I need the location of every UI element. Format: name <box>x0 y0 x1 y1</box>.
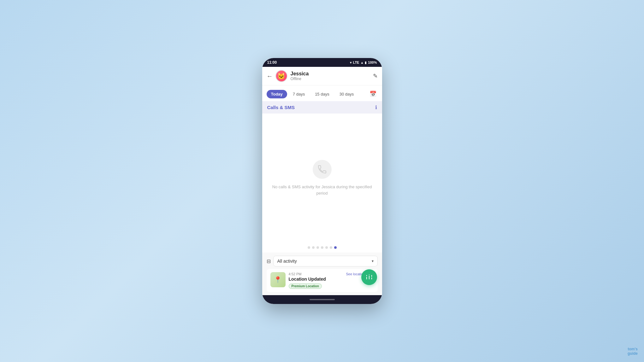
location-time: 4:52 PM <box>289 272 302 276</box>
watermark: tom's guide <box>628 347 638 356</box>
phone-frame: 11:00 ▾ LTE ▲ ▮ 100% ← 🐱 Jessica Offline… <box>262 58 382 304</box>
activity-dropdown[interactable]: All activity ▾ <box>273 256 378 266</box>
empty-state: No calls & SMS activity for Jessica duri… <box>262 114 382 242</box>
fab-button[interactable] <box>361 269 377 285</box>
calendar-icon[interactable]: 📅 <box>368 89 378 99</box>
status-bar: 11:00 ▾ LTE ▲ ▮ 100% <box>262 58 382 67</box>
location-card: 📍 4:52 PM See locations Location Updated… <box>267 269 378 292</box>
empty-phone-icon <box>313 160 332 179</box>
edit-button[interactable]: ✎ <box>373 73 378 79</box>
bottom-bar <box>262 295 382 304</box>
battery-level: 100% <box>368 61 377 64</box>
location-thumbnail: 📍 <box>270 272 286 287</box>
user-status: Offline <box>291 77 373 81</box>
map-thumbnail: 📍 <box>270 272 286 287</box>
date-filter: Today 7 days 15 days 30 days 📅 <box>262 85 382 101</box>
calls-sms-section: Calls & SMS ℹ <box>262 101 382 114</box>
user-name: Jessica <box>291 71 373 77</box>
tab-7days[interactable]: 7 days <box>288 90 309 98</box>
app-content: ← 🐱 Jessica Offline ✎ Today 7 days 15 da… <box>262 67 382 295</box>
activity-filter-row: ⊟ All activity ▾ <box>267 256 378 266</box>
top-nav: ← 🐱 Jessica Offline ✎ <box>262 67 382 85</box>
calls-sms-title: Calls & SMS <box>267 105 295 110</box>
dot-4 <box>321 246 323 249</box>
dot-3 <box>316 246 319 249</box>
watermark-line2: guide <box>628 351 638 356</box>
info-icon[interactable]: ℹ <box>375 104 377 110</box>
empty-message: No calls & SMS activity for Jessica duri… <box>269 184 376 196</box>
svg-rect-5 <box>371 275 372 277</box>
home-indicator <box>310 299 335 300</box>
dot-1 <box>308 246 310 249</box>
wifi-icon: ▾ <box>350 61 352 64</box>
user-info: Jessica Offline <box>291 71 373 81</box>
status-bar-right: ▾ LTE ▲ ▮ 100% <box>350 61 377 64</box>
back-button[interactable]: ← <box>267 73 273 80</box>
avatar-emoji: 🐱 <box>277 72 285 80</box>
svg-rect-1 <box>366 275 367 276</box>
map-pin-icon: 📍 <box>274 276 282 283</box>
watermark-line1: tom's <box>628 347 638 351</box>
avatar: 🐱 <box>275 70 287 82</box>
svg-rect-2 <box>369 276 369 279</box>
equalizer-icon <box>365 273 373 281</box>
dots-row <box>262 242 382 253</box>
dot-2 <box>312 246 315 249</box>
svg-rect-4 <box>371 277 372 279</box>
dot-6 <box>330 246 332 249</box>
svg-rect-0 <box>366 277 367 279</box>
battery-icon: ▮ <box>365 61 367 64</box>
location-title: Location Updated <box>289 277 367 282</box>
status-time: 11:00 <box>267 60 277 65</box>
premium-location-badge: Premium Location <box>289 283 322 289</box>
location-info: 4:52 PM See locations Location Updated P… <box>289 272 367 289</box>
tab-15days[interactable]: 15 days <box>310 90 334 98</box>
signal-icon: ▲ <box>360 61 363 64</box>
lte-label: LTE <box>353 61 359 64</box>
dot-5 <box>325 246 328 249</box>
dot-7-active <box>334 246 337 249</box>
svg-rect-3 <box>369 274 369 275</box>
tab-today[interactable]: Today <box>267 90 287 98</box>
chevron-down-icon: ▾ <box>372 259 374 263</box>
filter-icon: ⊟ <box>267 258 271 264</box>
tab-30days[interactable]: 30 days <box>335 90 358 98</box>
activity-label: All activity <box>277 259 297 264</box>
location-time-row: 4:52 PM See locations <box>289 272 367 276</box>
